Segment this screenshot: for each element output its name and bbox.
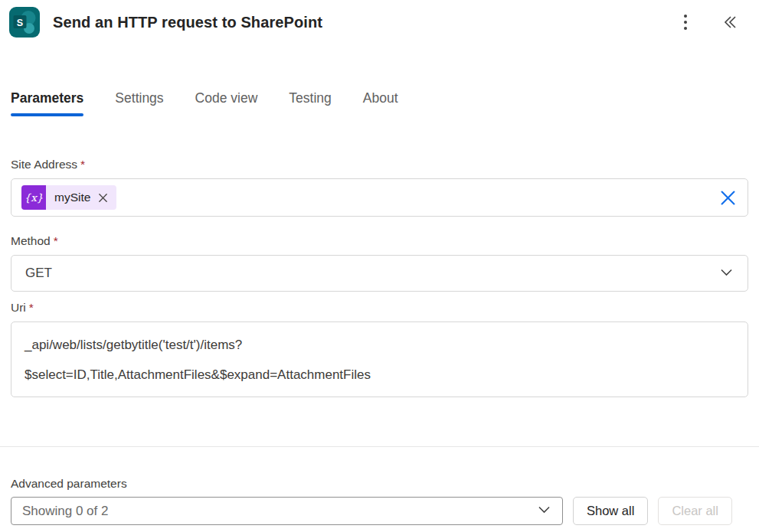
expression-token-icon: {x} <box>21 185 46 210</box>
uri-input[interactable]: _api/web/lists/getbytitle('test/t')/item… <box>11 321 748 397</box>
method-label: Method* <box>11 233 748 249</box>
required-asterisk: * <box>80 158 85 171</box>
panel-title: Send an HTTP request to SharePoint <box>53 14 322 31</box>
required-asterisk: * <box>29 301 34 314</box>
panel-header: S Send an HTTP request to SharePoint <box>0 0 759 40</box>
advanced-parameters-row: Showing 0 of 2 Show all Clear all <box>11 497 748 525</box>
collapse-panel-button[interactable] <box>718 10 742 34</box>
parameters-form: Site Address* {x} mySite <box>0 157 759 525</box>
method-value: GET <box>25 266 52 281</box>
action-panel: S Send an HTTP request to SharePoint Par… <box>0 0 759 532</box>
clear-all-button[interactable]: Clear all <box>658 497 732 525</box>
site-address-token[interactable]: {x} mySite <box>21 185 116 210</box>
uri-label: Uri* <box>11 300 748 315</box>
more-menu-button[interactable] <box>673 10 698 34</box>
tab-parameters[interactable]: Parameters <box>11 90 83 116</box>
token-name: mySite <box>54 191 90 204</box>
required-asterisk: * <box>54 234 58 247</box>
double-chevron-left-icon <box>721 13 739 31</box>
vertical-ellipsis-icon <box>678 12 693 32</box>
method-dropdown[interactable]: GET <box>11 255 748 292</box>
uri-value: _api/web/lists/getbytitle('test/t')/item… <box>25 330 734 390</box>
tab-bar: Parameters Settings Code view Testing Ab… <box>11 90 748 116</box>
clear-field-icon[interactable] <box>719 189 737 207</box>
sharepoint-icon-letter: S <box>17 18 23 28</box>
advanced-dropdown-value: Showing 0 of 2 <box>22 504 537 519</box>
tab-code-view[interactable]: Code view <box>195 90 258 116</box>
tab-testing[interactable]: Testing <box>289 90 331 116</box>
chevron-down-icon <box>719 265 734 282</box>
site-address-input[interactable]: {x} mySite <box>11 178 748 217</box>
chevron-down-icon <box>537 502 551 520</box>
site-address-label: Site Address* <box>11 157 748 172</box>
sharepoint-icon: S <box>9 7 40 38</box>
tab-settings[interactable]: Settings <box>115 90 163 116</box>
token-remove-icon[interactable] <box>98 193 108 203</box>
section-divider <box>0 446 759 447</box>
advanced-parameters-dropdown[interactable]: Showing 0 of 2 <box>11 497 563 525</box>
show-all-button[interactable]: Show all <box>573 497 648 525</box>
advanced-parameters-label: Advanced parameters <box>11 476 748 491</box>
tab-about[interactable]: About <box>363 90 398 116</box>
